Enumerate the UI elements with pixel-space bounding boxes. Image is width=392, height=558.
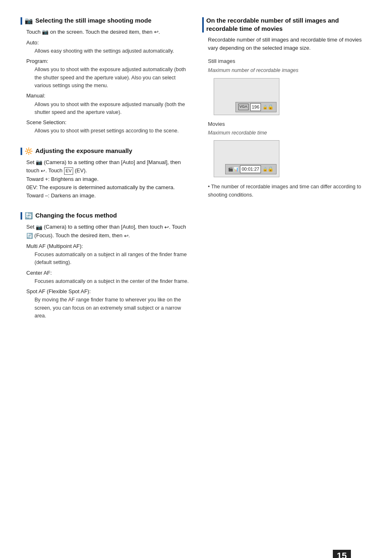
vga-label: VGA — [238, 104, 249, 110]
right-column: On the recordable number of still images… — [202, 16, 371, 331]
section2-title: Adjusting the exposure manually — [35, 147, 132, 155]
section3-title: Changing the focus method — [35, 211, 117, 220]
ev-box: EV — [64, 167, 74, 174]
lock-icon2: 🔒 — [263, 165, 274, 173]
right-section-title: On the recordable number of still images… — [206, 16, 371, 32]
section2-line2: Toward +: Brightens an image. — [26, 175, 190, 183]
term-auto-label: Auto: — [26, 39, 190, 47]
still-images-heading: Still images — [208, 57, 371, 65]
section2-line1: Set 📷 (Camera) to a setting other than [… — [26, 158, 190, 175]
camera-icon3: 📷 — [36, 223, 42, 232]
section2-line4: Toward –: Darkens an image. — [26, 192, 190, 200]
term-multiaf-label: Multi AF (Multipoint AF): — [26, 242, 190, 250]
camera-inline-icon: 📷 — [42, 28, 48, 36]
movie-icon1: 🎬 — [228, 166, 233, 173]
term-centeraf-def: Focuses automatically on a subject in th… — [26, 278, 190, 285]
term-program-def: Allows you to shoot with the exposure ad… — [26, 66, 190, 90]
return-icon3: ↩ — [164, 223, 169, 232]
page-number: 15 — [333, 550, 351, 558]
lock-icon: 🔒 — [263, 103, 274, 111]
section2-bar — [21, 148, 22, 155]
section3-intro: Set 📷 (Camera) to a setting other than [… — [26, 223, 190, 240]
max-images-label: Maximum number of recordable images — [208, 67, 371, 74]
focus-icon: 🔄 — [25, 212, 33, 220]
movie-icon2: 📊 — [233, 166, 238, 173]
return-inline-icon: ↩ — [154, 28, 159, 36]
section2-line3: 0EV: The exposure is determined automati… — [26, 183, 190, 192]
section3-heading: 🔄 Changing the focus method — [21, 211, 190, 220]
exposure-icon: 🔆 — [25, 147, 33, 155]
still-camera-display: VGA 196 🔒 — [214, 78, 279, 115]
section-changing-focus: 🔄 Changing the focus method Set 📷 (Camer… — [21, 211, 190, 320]
section-recordable: On the recordable number of still images… — [202, 16, 371, 199]
section1-bar — [21, 17, 22, 25]
section1-body: Touch 📷 on the screen. Touch the desired… — [21, 28, 190, 135]
term-scene-def: Allows you to shoot with preset settings… — [26, 127, 190, 135]
section3-body: Set 📷 (Camera) to a setting other than [… — [21, 223, 190, 320]
term-spotaf-def: By moving the AF range finder frame to w… — [26, 296, 190, 320]
right-intro: Recordable number of still images and re… — [208, 36, 371, 52]
section-selecting-still-image: 📷 Selecting the still image shooting mod… — [21, 16, 190, 135]
right-body: Recordable number of still images and re… — [202, 36, 371, 199]
image-count: 196 — [250, 103, 261, 111]
return-icon4: ↩ — [124, 232, 129, 240]
still-image-display-container: | ↓ VGA 196 🔒 — [208, 78, 371, 115]
max-time-label: Maximum recordable time — [208, 129, 371, 137]
right-section-bar — [202, 17, 204, 32]
section2-body: Set 📷 (Camera) to a setting other than [… — [21, 158, 190, 200]
return-icon2: ↩ — [41, 167, 45, 175]
movie-icons: 🎬 📊 — [228, 166, 238, 173]
left-column: 📷 Selecting the still image shooting mod… — [21, 16, 190, 331]
section-adjusting-exposure: 🔆 Adjusting the exposure manually Set 📷 … — [21, 147, 190, 200]
section1-title: Selecting the still image shooting mode — [35, 16, 152, 25]
movie-camera-display: 🎬 📊 00:01:27 🔒 — [214, 140, 279, 177]
term-centeraf-label: Center AF: — [26, 269, 190, 277]
section2-heading: 🔆 Adjusting the exposure manually — [21, 147, 190, 155]
term-manual-def: Allows you to shoot with the exposure ad… — [26, 101, 190, 117]
term-auto-def: Allows easy shooting with the settings a… — [26, 47, 190, 55]
right-heading: On the recordable number of still images… — [202, 16, 371, 32]
movie-time: 00:01:27 — [240, 165, 261, 173]
section1-intro: Touch 📷 on the screen. Touch the desired… — [26, 28, 190, 37]
term-multiaf-def: Focuses automatically on a subject in al… — [26, 251, 190, 267]
term-program-label: Program: — [26, 57, 190, 65]
term-spotaf-label: Spot AF (Flexible Spot AF): — [26, 287, 190, 296]
term-scene-label: Scene Selection: — [26, 118, 190, 127]
focus-inline-icon: 🔄 — [26, 232, 33, 240]
camera-icon2: 📷 — [36, 158, 42, 167]
note-text: The number of recordable images and time… — [208, 183, 371, 199]
still-display-inner: VGA 196 🔒 — [235, 102, 277, 112]
section1-heading: 📷 Selecting the still image shooting mod… — [21, 16, 190, 25]
movie-display-inner: 🎬 📊 00:01:27 🔒 — [225, 164, 277, 174]
section3-bar — [21, 212, 22, 220]
movies-heading: Movies — [208, 120, 371, 128]
movie-display-container: 🎬 📊 00:01:27 🔒 — [208, 140, 371, 177]
term-manual-label: Manual: — [26, 92, 190, 100]
camera-icon: 📷 — [25, 17, 33, 25]
